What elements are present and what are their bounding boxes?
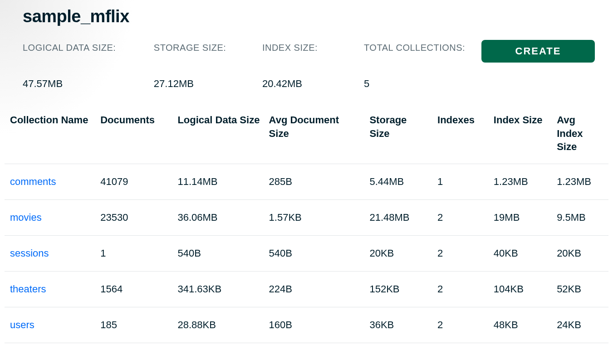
- collection-link[interactable]: sessions: [5, 236, 96, 272]
- th-collection-name[interactable]: Collection Name: [5, 108, 96, 164]
- table-row: comments 41079 11.14MB 285B 5.44MB 1 1.2…: [5, 164, 608, 200]
- cell-avg-document-size: 160B: [265, 307, 365, 343]
- stat-label: LOGICAL DATA SIZE:: [23, 40, 154, 55]
- th-storage-size[interactable]: Storage Size: [365, 108, 433, 164]
- database-title: sample_mflix: [23, 7, 608, 26]
- cell-indexes: 2: [433, 200, 489, 236]
- stats-row: LOGICAL DATA SIZE: 47.57MB STORAGE SIZE:…: [23, 40, 608, 90]
- th-logical-data-size[interactable]: Logical Data Size: [173, 108, 264, 164]
- cell-logical-data-size: 540B: [173, 236, 264, 272]
- stat-value: 20.42MB: [262, 78, 364, 90]
- cell-avg-document-size: 285B: [265, 164, 365, 200]
- cell-storage-size: 5.44MB: [365, 164, 433, 200]
- cell-index-size: 40KB: [489, 236, 552, 272]
- cell-avg-index-size: 24KB: [552, 307, 608, 343]
- stat-label: TOTAL COLLECTIONS:: [364, 40, 481, 55]
- cell-documents: 23530: [96, 200, 173, 236]
- th-documents[interactable]: Documents: [96, 108, 173, 164]
- stat-value: 27.12MB: [154, 78, 262, 90]
- th-avg-document-size[interactable]: Avg Document Size: [265, 108, 365, 164]
- cell-documents: 41079: [96, 164, 173, 200]
- th-avg-index-size[interactable]: Avg Index Size: [552, 108, 608, 164]
- cell-avg-index-size: 9.5MB: [552, 200, 608, 236]
- cell-logical-data-size: 36.06MB: [173, 200, 264, 236]
- stat-logical-data-size: LOGICAL DATA SIZE: 47.57MB: [23, 40, 154, 90]
- stat-value: 5: [364, 78, 481, 90]
- cell-index-size: 48KB: [489, 307, 552, 343]
- cell-avg-index-size: 52KB: [552, 272, 608, 307]
- collections-table: Collection Name Documents Logical Data S…: [5, 108, 608, 343]
- cell-storage-size: 36KB: [365, 307, 433, 343]
- cell-indexes: 2: [433, 272, 489, 307]
- cell-logical-data-size: 341.63KB: [173, 272, 264, 307]
- stat-storage-size: STORAGE SIZE: 27.12MB: [154, 40, 262, 90]
- cell-avg-document-size: 540B: [265, 236, 365, 272]
- stat-label: STORAGE SIZE:: [154, 40, 262, 55]
- cell-index-size: 104KB: [489, 272, 552, 307]
- cell-documents: 1: [96, 236, 173, 272]
- stat-index-size: INDEX SIZE: 20.42MB: [262, 40, 364, 90]
- collection-link[interactable]: users: [5, 307, 96, 343]
- cell-documents: 185: [96, 307, 173, 343]
- table-header-row: Collection Name Documents Logical Data S…: [5, 108, 608, 164]
- collection-link[interactable]: comments: [5, 164, 96, 200]
- table-row: movies 23530 36.06MB 1.57KB 21.48MB 2 19…: [5, 200, 608, 236]
- stat-value: 47.57MB: [23, 78, 154, 90]
- stat-label: INDEX SIZE:: [262, 40, 364, 55]
- cell-avg-document-size: 224B: [265, 272, 365, 307]
- th-index-size[interactable]: Index Size: [489, 108, 552, 164]
- cell-index-size: 1.23MB: [489, 164, 552, 200]
- cell-storage-size: 20KB: [365, 236, 433, 272]
- cell-avg-index-size: 1.23MB: [552, 164, 608, 200]
- create-button[interactable]: CREATE: [481, 40, 595, 63]
- cell-storage-size: 152KB: [365, 272, 433, 307]
- cell-index-size: 19MB: [489, 200, 552, 236]
- cell-documents: 1564: [96, 272, 173, 307]
- table-body: comments 41079 11.14MB 285B 5.44MB 1 1.2…: [5, 164, 608, 343]
- table-row: sessions 1 540B 540B 20KB 2 40KB 20KB: [5, 236, 608, 272]
- cell-indexes: 2: [433, 236, 489, 272]
- th-indexes[interactable]: Indexes: [433, 108, 489, 164]
- cell-indexes: 1: [433, 164, 489, 200]
- stat-total-collections: TOTAL COLLECTIONS: 5: [364, 40, 481, 90]
- collection-link[interactable]: theaters: [5, 272, 96, 307]
- table-row: users 185 28.88KB 160B 36KB 2 48KB 24KB: [5, 307, 608, 343]
- table-row: theaters 1564 341.63KB 224B 152KB 2 104K…: [5, 272, 608, 307]
- cell-avg-index-size: 20KB: [552, 236, 608, 272]
- collections-table-wrap: Collection Name Documents Logical Data S…: [5, 108, 608, 343]
- cell-storage-size: 21.48MB: [365, 200, 433, 236]
- cell-logical-data-size: 28.88KB: [173, 307, 264, 343]
- cell-indexes: 2: [433, 307, 489, 343]
- cell-logical-data-size: 11.14MB: [173, 164, 264, 200]
- cell-avg-document-size: 1.57KB: [265, 200, 365, 236]
- collection-link[interactable]: movies: [5, 200, 96, 236]
